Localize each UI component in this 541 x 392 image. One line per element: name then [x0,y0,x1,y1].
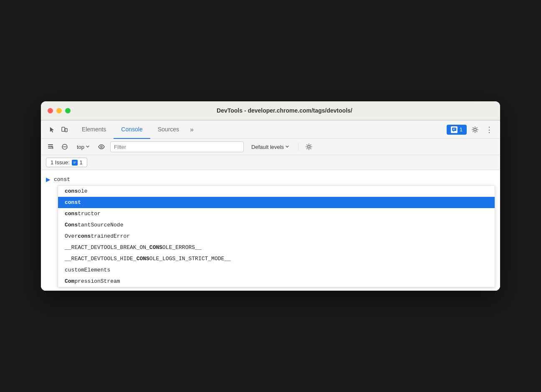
close-button[interactable] [48,108,53,113]
console-input-row: ▶ const [46,173,495,185]
svg-rect-2 [452,128,456,131]
device-toggle-icon[interactable] [58,124,70,136]
separator [298,143,298,151]
svg-point-7 [101,146,102,148]
svg-rect-0 [62,127,65,131]
autocomplete-item-constant-source-node[interactable]: ConstantSourceNode [58,219,495,231]
console-toolbar: top Default levels [41,139,500,155]
tab-list: Elements Console Sources » [74,121,197,139]
message-icon [72,160,78,166]
expand-icon[interactable]: ▶ [46,176,51,183]
settings-icon[interactable] [469,124,481,136]
svg-rect-8 [73,161,77,165]
eye-icon[interactable] [96,141,107,152]
devtools-window: DevTools - developer.chrome.com/tags/dev… [41,101,500,291]
log-levels-selector[interactable]: Default levels [247,143,293,151]
filter-input[interactable] [110,141,244,152]
more-options-icon[interactable]: ⋮ [483,124,495,136]
svg-rect-5 [48,148,51,148]
issues-prefix: 1 Issue: [51,159,70,166]
autocomplete-item-compression-stream[interactable]: CompressionStream [58,276,495,287]
chevron-down-icon [286,145,289,148]
window-title: DevTools - developer.chrome.com/tags/dev… [76,107,493,114]
svg-rect-1 [65,128,67,132]
console-input-text[interactable]: const [54,176,70,183]
autocomplete-item-console[interactable]: console [58,186,495,197]
context-label: top [77,144,84,150]
console-content: ▶ const console const constructor [41,170,500,291]
issues-count: 1 [80,159,83,166]
chevron-down-icon [86,145,89,148]
autocomplete-item-overconstrained-error[interactable]: OverconstrainedError [58,231,495,242]
more-tabs-button[interactable]: » [187,121,197,139]
autocomplete-item-react-break[interactable]: __REACT_DEVTOOLS_BREAK_ON_CONSOLE_ERRORS… [58,242,495,253]
inspect-icon[interactable] [46,124,58,136]
devtools-panel: Elements Console Sources » [41,120,500,291]
issues-bar: 1 Issue: 1 [41,155,500,170]
tab-sources[interactable]: Sources [150,121,187,139]
no-entry-icon[interactable] [59,141,70,152]
tab-elements[interactable]: Elements [74,121,114,139]
console-settings-icon[interactable] [303,141,314,152]
autocomplete-item-constructor[interactable]: constructor [58,208,495,219]
issues-button[interactable]: 1 Issue: 1 [46,158,87,167]
issue-count: 1 [460,126,463,133]
minimize-button[interactable] [56,108,62,113]
maximize-button[interactable] [65,108,71,113]
autocomplete-dropdown: console const constructor ConstantSource… [58,185,495,287]
traffic-lights [48,108,71,113]
log-levels-label: Default levels [251,144,284,150]
autocomplete-item-react-hide[interactable]: __REACT_DEVTOOLS_HIDE_CONSOLE_LOGS_IN_ST… [58,253,495,264]
issue-badge[interactable]: 1 [447,125,467,135]
message-icon [451,126,458,133]
autocomplete-item-const[interactable]: const [58,197,495,208]
tab-console[interactable]: Console [114,121,150,139]
svg-rect-4 [48,146,53,147]
svg-rect-3 [48,144,53,145]
clear-console-icon[interactable] [45,141,56,152]
main-toolbar: Elements Console Sources » [41,121,500,139]
autocomplete-item-custom-elements[interactable]: customElements [58,264,495,276]
titlebar: DevTools - developer.chrome.com/tags/dev… [41,101,500,120]
context-selector[interactable]: top [73,143,93,151]
toolbar-right: 1 ⋮ [447,124,495,136]
